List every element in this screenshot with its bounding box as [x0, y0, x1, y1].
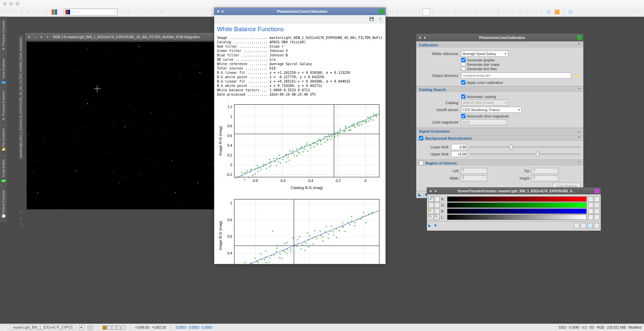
settings-icon[interactable]: ✻ — [594, 208, 599, 214]
edit-icon[interactable]: ✎ — [434, 196, 440, 202]
lower-limit-input[interactable] — [451, 144, 467, 150]
settings-icon[interactable]: ✻ — [594, 215, 599, 220]
bg-section-header[interactable]: Background Neutralization ⌃ — [416, 135, 583, 142]
help-icon[interactable]: ? — [377, 15, 384, 23]
tool-icon[interactable]: ▢ — [444, 8, 452, 16]
status-view-dropdown[interactable]: ▢ — [88, 325, 93, 330]
wrench-icon[interactable]: 🔧 — [434, 215, 440, 220]
find-prev-icon[interactable]: ⌕ — [285, 15, 293, 23]
script-editor-tab[interactable]: ▉Script Editor — [0, 155, 7, 186]
side-icon[interactable]: ▢ — [19, 222, 24, 227]
zoom-fit-button[interactable]: ⤢ — [141, 8, 148, 16]
calibration-section-header[interactable]: Calibration ⌃ — [416, 41, 583, 48]
tool-icon[interactable]: ▢ — [423, 8, 430, 16]
history-explorer-tab[interactable]: 🕓History Explorer — [0, 186, 7, 222]
side-icon[interactable]: ▢ — [19, 210, 24, 215]
pan-button[interactable]: ✥ — [158, 8, 165, 16]
apply-cc-checkbox[interactable] — [461, 80, 466, 85]
find-next-icon[interactable]: ⌕ — [277, 15, 284, 23]
tool-icon[interactable]: ◫ — [510, 8, 517, 16]
tool-icon[interactable]: ▢ — [436, 8, 443, 16]
reset-icon[interactable]: ↺ — [588, 196, 593, 202]
tool-icon[interactable]: ▢ — [458, 8, 465, 16]
icon-windows-button[interactable]: ◫ — [42, 8, 49, 16]
zoom-traffic-light[interactable] — [15, 2, 19, 6]
auto-catalog-checkbox[interactable] — [461, 94, 466, 99]
generate-star-maps-checkbox[interactable] — [461, 62, 466, 66]
apply-icon[interactable]: ■ — [434, 223, 439, 228]
upper-limit-slider[interactable] — [469, 153, 581, 155]
settings-icon[interactable]: ✻ — [594, 196, 599, 202]
close-icon[interactable]: ✕ — [428, 189, 433, 193]
center-cursor-button[interactable]: ⌖ — [132, 8, 139, 16]
generate-text-files-checkbox[interactable] — [461, 66, 466, 71]
report-content[interactable]: White Balance Functions Image ..........… — [214, 23, 385, 264]
vizier-dropdown[interactable]: CDS Strasbourg, France — [461, 107, 522, 113]
cascade-windows-button[interactable]: ▭ — [33, 8, 41, 16]
track-view-icon[interactable]: ✓ — [587, 223, 593, 228]
undo-button[interactable]: ↶ — [3, 8, 10, 16]
output-dir-input[interactable] — [461, 73, 571, 79]
tool-icon[interactable]: ◫ — [501, 8, 508, 16]
process-explorer-tab[interactable]: ⚙Process Explorer — [0, 87, 7, 125]
tool-icon[interactable]: ▢ — [401, 8, 408, 16]
generate-graphs-checkbox[interactable] — [461, 58, 466, 62]
zoom-out-icon[interactable]: ⊖ — [251, 15, 258, 23]
tool-icon[interactable]: ◫ — [532, 8, 539, 16]
view-explorer-tab[interactable]: ▉View Explorer — [0, 54, 7, 87]
stf-slider-b[interactable] — [447, 208, 587, 214]
file-explorer-tab[interactable]: 📁File Explorer — [0, 125, 7, 155]
tool-icon[interactable]: ▢ — [410, 8, 417, 16]
stf-titlebar[interactable]: ✕ ▾ ScreenTransferFunction: masterLight_… — [427, 188, 601, 194]
zoom-reset-icon[interactable]: ⌕ — [259, 15, 267, 23]
minimize-icon[interactable]: — — [33, 35, 38, 39]
auto-limit-checkbox[interactable] — [461, 114, 466, 118]
export-pdf-icon[interactable]: 📄 — [359, 15, 367, 23]
signal-section-header[interactable]: Signal Evaluation ⌄ — [416, 128, 583, 135]
reset-all-icon[interactable]: ✕ — [594, 223, 599, 228]
rgb-channel-icon[interactable] — [51, 8, 58, 16]
side-icon[interactable]: ▢ — [19, 216, 24, 221]
status-icon[interactable]: 📄 — [3, 326, 7, 329]
nav-icon[interactable]: ⤻ — [233, 15, 240, 23]
tool-icon[interactable]: ◫ — [523, 8, 530, 16]
tool-icon[interactable]: ▢ — [466, 8, 474, 16]
find-icon[interactable]: ⌕ — [268, 15, 275, 23]
monitor-icon[interactable]: 🖵 — [545, 8, 552, 16]
wrench-icon[interactable]: 🔧 — [428, 215, 434, 220]
shade-icon[interactable]: ▾ — [422, 35, 427, 40]
status-tab-dropdown[interactable]: ▾ — [79, 325, 84, 330]
stf-slider-r[interactable] — [447, 196, 587, 202]
dropdown-list-button[interactable]: ≡ — [119, 8, 126, 16]
channel-selector[interactable]: RGB ▾ — [64, 9, 117, 15]
bg-enable-checkbox[interactable] — [419, 136, 423, 140]
process-icon[interactable] — [379, 9, 384, 14]
pointer-icon[interactable]: ↖ — [434, 202, 440, 208]
new-instance-icon[interactable]: ◣ — [428, 223, 433, 228]
black-point-icon[interactable]: ◐ — [434, 208, 440, 214]
shade-icon[interactable]: ▾ — [220, 9, 225, 14]
color-icon[interactable] — [553, 8, 561, 16]
zoom-11-button[interactable]: ⛶ — [149, 8, 157, 16]
minimize-traffic-light[interactable] — [9, 2, 13, 6]
zoom-in-icon[interactable]: ⊕ — [242, 15, 249, 23]
close-icon[interactable]: ✕ — [418, 35, 422, 40]
close-icon[interactable]: ✕ — [27, 35, 32, 39]
nuclear-icon[interactable]: ☢ — [428, 208, 434, 214]
maximize-icon[interactable]: + — [45, 35, 50, 39]
reset-icon[interactable]: ↺ — [588, 208, 593, 214]
roi-enable-checkbox[interactable] — [419, 161, 423, 165]
redo-button[interactable]: ↷ — [11, 8, 19, 16]
auto-stretch-icon[interactable]: ◉ — [428, 202, 434, 208]
reset-icon[interactable]: ↺ — [588, 202, 593, 208]
close-icon[interactable]: ✕ — [216, 9, 220, 14]
lower-limit-slider[interactable] — [469, 146, 581, 148]
nav-icon[interactable]: ⟲ — [216, 15, 223, 23]
tool-icon[interactable]: ▢ — [488, 8, 495, 16]
settings-icon[interactable]: ✻ — [594, 202, 599, 208]
shade-icon[interactable]: ▾ — [433, 189, 438, 193]
nav-icon[interactable]: ⤺ — [224, 15, 232, 23]
tool-icon[interactable]: ▢ — [388, 8, 395, 16]
status-image-tab[interactable]: masterLight_BIN_1_6252x4176_EXPOS — [10, 325, 75, 330]
stf-slider-l[interactable] — [447, 215, 587, 220]
